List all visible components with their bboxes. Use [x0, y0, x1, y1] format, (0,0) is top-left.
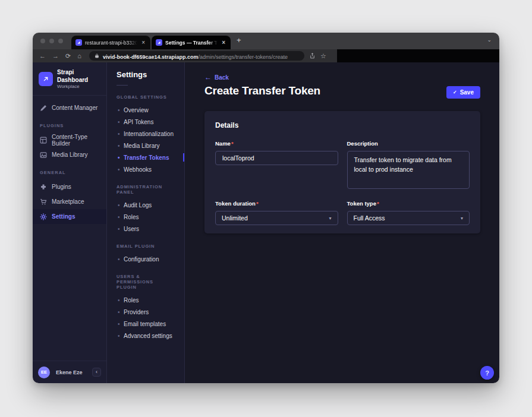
save-button[interactable]: ✓ Save	[446, 86, 480, 99]
card-heading: Details	[215, 121, 470, 129]
subnav-section-global-settings: GLOBAL SETTINGS Overview API Tokens Inte…	[107, 93, 184, 175]
zoom-window-button[interactable]	[58, 39, 63, 43]
sidebar-item-plugins[interactable]: Plugins	[33, 179, 106, 194]
name-input[interactable]	[215, 151, 338, 165]
user-name: Ekene Eze	[56, 369, 83, 375]
description-field-group: Description Transfer token to migrate da…	[347, 137, 470, 189]
divider	[117, 85, 128, 86]
check-icon: ✓	[453, 90, 457, 95]
subnav-item-internationalization[interactable]: Internationalization	[107, 128, 184, 140]
subnav-item-roles[interactable]: Roles	[107, 211, 184, 223]
sidebar-section-general: GENERAL	[33, 162, 106, 179]
avatar[interactable]: EE	[38, 367, 50, 378]
tab-label: Settings — Transfer Tokens	[165, 40, 218, 46]
required-mark: *	[231, 140, 234, 147]
minimize-window-button[interactable]	[49, 39, 54, 43]
subnav-item-audit-logs[interactable]: Audit Logs	[107, 199, 184, 211]
chevron-down-icon[interactable]: ⌄	[487, 37, 499, 45]
subnav-item-up-roles[interactable]: Roles	[107, 294, 184, 306]
subnav-item-overview[interactable]: Overview	[107, 104, 184, 116]
tab-close-icon[interactable]: ×	[140, 39, 146, 46]
subnav-item-media-library[interactable]: Media Library	[107, 140, 184, 151]
token-duration-select[interactable]: Unlimited ▾	[215, 211, 338, 225]
token-type-field-group: Token type* Full Access ▾	[347, 197, 470, 225]
sidebar-item-label: Media Library	[52, 151, 88, 158]
back-link[interactable]: ← Back	[204, 74, 229, 81]
arrow-left-icon: ←	[204, 74, 212, 81]
description-label: Description	[347, 140, 378, 147]
sidebar-item-content-type-builder[interactable]: Content-Type Builder	[33, 132, 106, 147]
token-duration-label: Token duration*	[215, 200, 259, 207]
subnav-section-email-plugin: EMAIL PLUGIN Configuration	[107, 242, 184, 265]
sidebar-item-content-manager[interactable]: Content Manager	[33, 100, 106, 115]
main-content: ← Back Create Transfer Token ✓ Save Deta…	[185, 62, 499, 383]
chevron-down-icon: ▾	[461, 216, 463, 221]
settings-sub-nav: Settings GLOBAL SETTINGS Overview API To…	[107, 62, 185, 383]
new-tab-button[interactable]: +	[232, 36, 244, 46]
token-type-label: Token type*	[347, 200, 379, 207]
gear-icon	[40, 213, 47, 220]
page-title: Create Transfer Token	[204, 84, 320, 97]
home-button[interactable]: ⌂	[77, 53, 81, 59]
browser-toolbar-controls: ← → ⟳ ⌂ vivid-book-df659cae14.strapiapp.…	[33, 49, 337, 62]
subnav-item-configuration[interactable]: Configuration	[107, 253, 184, 265]
subnav-section-label: USERS & PERMISSIONS PLUGIN	[107, 273, 184, 294]
bookmark-star-icon[interactable]: ☆	[320, 52, 326, 60]
required-mark: *	[256, 200, 259, 207]
collapse-sidebar-button[interactable]: ‹	[92, 368, 101, 377]
subnav-item-users[interactable]: Users	[107, 223, 184, 235]
name-field-group: Name*	[215, 137, 338, 165]
subnav-item-email-templates[interactable]: Email templates	[107, 318, 184, 330]
cart-icon	[40, 198, 47, 206]
main-nav-list: Content Manager PLUGINS Content-Type Bui…	[33, 96, 106, 224]
help-button[interactable]: ?	[480, 366, 494, 380]
pen-icon	[40, 105, 47, 112]
sidebar-item-media-library[interactable]: Media Library	[33, 147, 106, 162]
required-mark: *	[377, 200, 379, 207]
subnav-item-advanced-settings[interactable]: Advanced settings	[107, 330, 184, 342]
subnav-section-administration-panel: ADMINISTRATION PANEL Audit Logs Roles Us…	[107, 183, 184, 235]
browser-tab-restaurant[interactable]: restaurant-strapi-b3320b1811 ×	[71, 36, 150, 49]
url-domain: vivid-book-df659cae14.strapiapp.com	[103, 54, 199, 60]
sidebar-item-label: Plugins	[52, 184, 71, 190]
sidebar-item-label: Settings	[52, 213, 75, 220]
refresh-button[interactable]: ⟳	[65, 53, 71, 59]
subnav-title: Settings	[107, 70, 184, 79]
sidebar-item-marketplace[interactable]: Marketplace	[33, 194, 106, 209]
token-type-select[interactable]: Full Access ▾	[347, 211, 470, 225]
workspace-brand[interactable]: Strapi Dashboard Workplace	[33, 62, 106, 95]
subnav-section-label: GLOBAL SETTINGS	[107, 93, 184, 104]
name-label: Name*	[215, 140, 234, 147]
sidebar-section-plugins: PLUGINS	[33, 115, 106, 132]
traffic-lights	[33, 33, 71, 49]
page-header: ← Back Create Transfer Token ✓ Save	[185, 62, 499, 99]
sidebar-item-settings[interactable]: Settings	[33, 209, 106, 224]
sidebar-item-label: Marketplace	[52, 198, 84, 205]
subnav-item-providers[interactable]: Providers	[107, 306, 184, 318]
share-icon[interactable]	[310, 53, 315, 59]
tab-close-icon[interactable]: ×	[221, 39, 226, 46]
forward-button[interactable]: →	[52, 53, 59, 59]
chevron-down-icon: ▾	[329, 216, 331, 221]
strapi-app: Strapi Dashboard Workplace Content Manag…	[33, 62, 499, 383]
workspace-title: Strapi Dashboard	[57, 69, 100, 84]
save-button-label: Save	[460, 89, 474, 96]
sidebar-item-label: Content-Type Builder	[52, 134, 99, 147]
subnav-item-api-tokens[interactable]: API Tokens	[107, 116, 184, 128]
back-button[interactable]: ←	[39, 53, 46, 59]
address-bar[interactable]: vivid-book-df659cae14.strapiapp.com/admi…	[89, 51, 304, 61]
puzzle-icon	[40, 184, 47, 191]
subnav-item-webhooks[interactable]: Webhooks	[107, 163, 184, 175]
close-window-button[interactable]	[40, 39, 45, 43]
token-duration-value: Unlimited	[222, 214, 248, 222]
browser-tab-settings[interactable]: Settings — Transfer Tokens ×	[152, 36, 231, 49]
subnav-section-label: ADMINISTRATION PANEL	[107, 183, 184, 199]
subnav-item-transfer-tokens[interactable]: Transfer Tokens	[107, 151, 184, 163]
lock-icon	[95, 53, 99, 58]
sidebar-item-label: Content Manager	[52, 105, 97, 111]
browser-tab-strip: restaurant-strapi-b3320b1811 × Settings …	[33, 33, 499, 49]
strapi-logo-icon	[39, 72, 53, 86]
strapi-favicon-icon	[156, 39, 162, 46]
description-textarea[interactable]: Transfer token to migrate data from loca…	[347, 151, 470, 189]
browser-window: restaurant-strapi-b3320b1811 × Settings …	[33, 33, 499, 383]
